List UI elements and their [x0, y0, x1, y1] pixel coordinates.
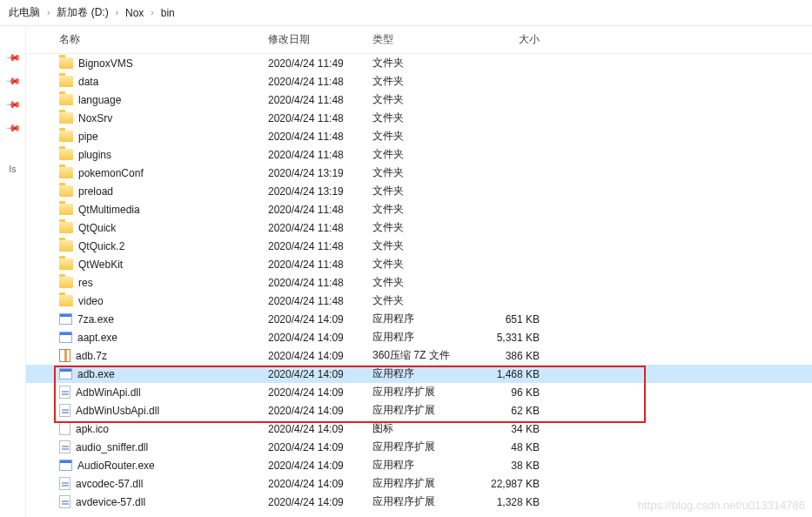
- file-name: language: [78, 94, 121, 106]
- file-date: 2020/4/24 11:48: [268, 222, 372, 234]
- file-date: 2020/4/24 14:09: [268, 496, 372, 508]
- file-row[interactable]: pipe2020/4/24 11:48文件夹: [26, 127, 812, 145]
- file-size: 5,331 KB: [477, 332, 547, 344]
- file-row[interactable]: plugins2020/4/24 11:48文件夹: [26, 145, 812, 164]
- file-row[interactable]: res2020/4/24 11:48文件夹: [26, 273, 812, 292]
- breadcrumb-part[interactable]: Nox: [125, 7, 144, 19]
- file-row[interactable]: preload2020/4/24 13:19文件夹: [26, 182, 812, 200]
- file-name: adb.exe: [77, 368, 115, 380]
- file-type: 文件夹: [372, 220, 477, 235]
- file-name: QtWebKit: [78, 258, 123, 271]
- file-name: aapt.exe: [77, 332, 117, 344]
- file-name: adb.7z: [76, 350, 107, 362]
- file-date: 2020/4/24 11:48: [268, 149, 372, 161]
- file-row[interactable]: video2020/4/24 11:48文件夹: [26, 292, 812, 310]
- file-type: 应用程序: [372, 458, 477, 473]
- file-row[interactable]: QtMultimedia2020/4/24 11:48文件夹: [26, 200, 812, 218]
- chevron-right-icon: ›: [47, 8, 50, 17]
- file-type: 文件夹: [372, 111, 477, 125]
- pin-icon: 📌: [4, 97, 21, 113]
- file-date: 2020/4/24 11:48: [268, 204, 372, 216]
- column-header-type[interactable]: 类型: [372, 32, 477, 47]
- file-date: 2020/4/24 11:48: [268, 112, 372, 124]
- file-date: 2020/4/24 14:09: [268, 423, 372, 435]
- file-size: 38 KB: [477, 460, 547, 472]
- file-row[interactable]: NoxSrv2020/4/24 11:48文件夹: [26, 109, 812, 127]
- file-row[interactable]: language2020/4/24 11:48文件夹: [26, 91, 812, 109]
- file-date: 2020/4/24 14:09: [268, 405, 372, 417]
- folder-icon: [59, 295, 73, 306]
- chevron-right-icon: ›: [116, 8, 118, 17]
- breadcrumb-part[interactable]: bin: [161, 7, 175, 19]
- file-size: 1,328 KB: [477, 496, 547, 508]
- file-row[interactable]: pokemonConf2020/4/24 13:19文件夹: [26, 164, 812, 182]
- file-size: 34 KB: [477, 423, 547, 435]
- breadcrumb-part[interactable]: 此电脑: [9, 5, 40, 20]
- file-type: 文件夹: [372, 202, 477, 217]
- file-name: QtQuick.2: [78, 240, 124, 252]
- file-type: 图标: [372, 421, 477, 436]
- folder-icon: [59, 149, 73, 160]
- file-row[interactable]: adb.7z2020/4/24 14:09360压缩 7Z 文件386 KB: [26, 346, 812, 365]
- column-header-size[interactable]: 大小: [477, 32, 547, 47]
- file-date: 2020/4/24 13:19: [268, 185, 372, 198]
- file-date: 2020/4/24 14:09: [268, 368, 372, 380]
- file-type: 应用程序扩展: [372, 385, 477, 400]
- file-name: apk.ico: [76, 423, 109, 435]
- folder-icon: [59, 277, 73, 288]
- file-row[interactable]: BignoxVMS2020/4/24 11:49文件夹: [26, 54, 812, 72]
- archive-icon: [59, 349, 70, 362]
- breadcrumb[interactable]: 此电脑 › 新加卷 (D:) › Nox › bin: [0, 0, 812, 26]
- file-name: avdevice-57.dll: [76, 496, 145, 508]
- dll-icon: [59, 404, 70, 417]
- file-row[interactable]: avcodec-57.dll2020/4/24 14:09应用程序扩展22,98…: [26, 474, 812, 493]
- file-row[interactable]: adb.exe2020/4/24 14:09应用程序1,468 KB: [26, 365, 812, 383]
- folder-icon: [59, 131, 73, 142]
- file-list-panel: 名称 修改日期 类型 大小 BignoxVMS2020/4/24 11:49文件…: [26, 26, 812, 517]
- file-date: 2020/4/24 11:48: [268, 258, 372, 271]
- exe-icon: [59, 368, 72, 379]
- file-name: AudioRouter.exe: [77, 460, 155, 472]
- file-name: pokemonConf: [78, 167, 144, 179]
- file-type: 应用程序扩展: [372, 494, 477, 509]
- file-row[interactable]: AdbWinApi.dll2020/4/24 14:09应用程序扩展96 KB: [26, 383, 812, 401]
- file-row[interactable]: apk.ico2020/4/24 14:09图标34 KB: [26, 420, 812, 438]
- folder-icon: [59, 185, 73, 197]
- file-row[interactable]: AdbWinUsbApi.dll2020/4/24 14:09应用程序扩展62 …: [26, 401, 812, 420]
- file-date: 2020/4/24 14:09: [268, 313, 372, 326]
- breadcrumb-part[interactable]: 新加卷 (D:): [57, 5, 108, 20]
- ico-icon: [59, 422, 70, 435]
- file-row[interactable]: QtWebKit2020/4/24 11:48文件夹: [26, 255, 812, 273]
- file-date: 2020/4/24 14:09: [268, 478, 372, 490]
- column-header-date[interactable]: 修改日期: [268, 32, 372, 47]
- file-row[interactable]: 7za.exe2020/4/24 14:09应用程序651 KB: [26, 310, 812, 328]
- file-row[interactable]: AudioRouter.exe2020/4/24 14:09应用程序38 KB: [26, 456, 812, 474]
- file-type: 文件夹: [372, 147, 477, 162]
- file-date: 2020/4/24 14:09: [268, 441, 372, 453]
- file-type: 文件夹: [372, 56, 477, 70]
- file-size: 386 KB: [477, 350, 547, 362]
- pin-icon: 📌: [4, 120, 21, 137]
- file-row[interactable]: aapt.exe2020/4/24 14:09应用程序5,331 KB: [26, 328, 812, 346]
- file-type: 应用程序: [372, 330, 477, 345]
- file-row[interactable]: data2020/4/24 11:48文件夹: [26, 72, 812, 91]
- column-header-name[interactable]: 名称: [42, 32, 268, 47]
- file-name: plugins: [78, 149, 111, 161]
- file-row[interactable]: QtQuick2020/4/24 11:48文件夹: [26, 218, 812, 237]
- exe-icon: [59, 332, 72, 343]
- folder-icon: [59, 240, 73, 252]
- column-header-row: 名称 修改日期 类型 大小: [26, 26, 812, 54]
- dll-icon: [59, 440, 70, 453]
- folder-icon: [59, 57, 73, 69]
- file-row[interactable]: audio_sniffer.dll2020/4/24 14:09应用程序扩展48…: [26, 438, 812, 456]
- watermark-text: https://blog.csdn.net/u013314786: [638, 499, 805, 512]
- file-name: preload: [78, 185, 113, 198]
- pin-icon: 📌: [4, 73, 21, 90]
- file-date: 2020/4/24 11:48: [268, 94, 372, 106]
- file-date: 2020/4/24 11:48: [268, 240, 372, 252]
- file-name: AdbWinApi.dll: [76, 386, 141, 399]
- file-size: 48 KB: [477, 441, 547, 453]
- file-name: video: [78, 295, 104, 307]
- file-row[interactable]: QtQuick.22020/4/24 11:48文件夹: [26, 237, 812, 255]
- file-name: pipe: [78, 131, 98, 143]
